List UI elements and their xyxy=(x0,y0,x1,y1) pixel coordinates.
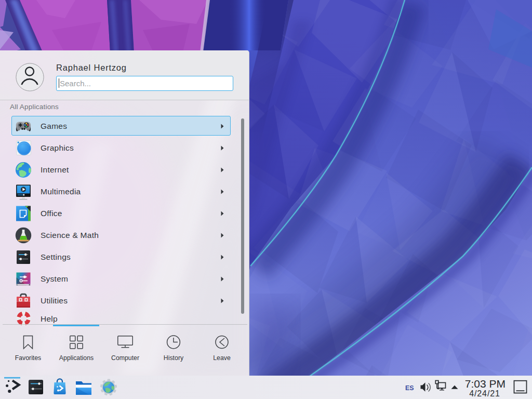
svg-text:4/24/21: 4/24/21 xyxy=(469,389,500,398)
svg-text:ES: ES xyxy=(405,384,414,392)
svg-text:7:03 PM: 7:03 PM xyxy=(465,378,506,390)
